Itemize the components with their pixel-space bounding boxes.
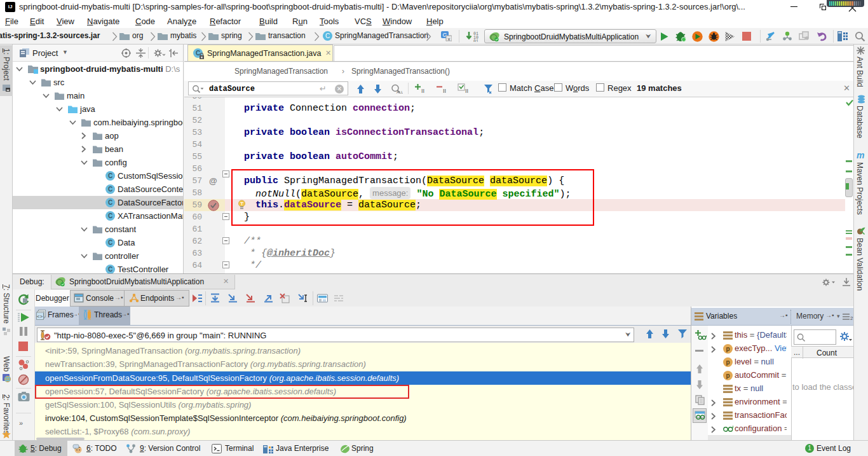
- svg-text:x: x: [448, 36, 451, 42]
- svg-text:2: 2: [850, 315, 853, 321]
- svg-text:01: 01: [473, 39, 478, 42]
- svg-text:<>: <>: [37, 314, 43, 319]
- svg-text:II: II: [465, 88, 468, 94]
- svg-text:II: II: [443, 88, 446, 94]
- svg-text:ALL: ALL: [397, 90, 403, 94]
- svg-text:II: II: [421, 88, 424, 94]
